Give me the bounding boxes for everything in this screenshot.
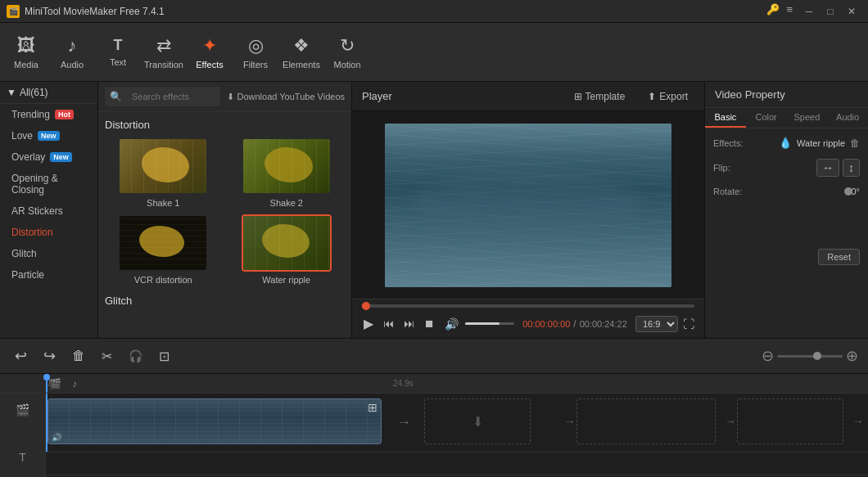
zoom-minus-button[interactable]: ⊖	[762, 347, 774, 365]
template-label: Template	[585, 91, 626, 102]
rotate-label: Rotate:	[713, 187, 742, 196]
redo-button[interactable]: ↪	[38, 344, 61, 368]
vcr-thumb	[118, 214, 208, 272]
tool-text[interactable]: T Text	[95, 26, 141, 79]
minimize-button[interactable]: ─	[799, 3, 819, 20]
app-title: MiniTool MovieMaker Free 7.4.1	[25, 6, 165, 17]
effect-vcr[interactable]: VCR distortion	[105, 214, 222, 285]
delete-effect-button[interactable]: 🗑	[850, 137, 860, 149]
video-clip[interactable]: ⊞ 🔊	[47, 398, 382, 444]
tool-transition[interactable]: ⇄ Transition	[141, 26, 187, 79]
audio-label: Audio	[61, 60, 84, 70]
menu-icon[interactable]: ≡	[786, 3, 793, 20]
crop-button[interactable]: ⊡	[154, 345, 174, 367]
collapse-arrow: ▼	[7, 87, 16, 98]
tab-basic[interactable]: Basic	[705, 108, 746, 128]
sidebar-item-overlay[interactable]: Overlay New	[0, 146, 97, 168]
add-video-button[interactable]: 🎬	[12, 400, 33, 420]
text-label: Text	[110, 57, 126, 67]
split-button[interactable]: ✂	[97, 345, 117, 367]
sidebar-item-love[interactable]: Love New	[0, 125, 97, 146]
empty-slot-3[interactable]	[737, 398, 843, 444]
flip-horizontal-button[interactable]: ↔	[816, 159, 839, 177]
tool-audio[interactable]: ♪ Audio	[49, 26, 95, 79]
restore-button[interactable]: □	[821, 3, 840, 20]
export-button[interactable]: ⬆ Export	[641, 89, 694, 104]
close-button[interactable]: ✕	[842, 3, 861, 20]
title-bar-left: 🎬 MiniTool MovieMaker Free 7.4.1	[7, 5, 165, 18]
effects-panel: 🔍 ⬇ Download YouTube Videos Distortion	[98, 82, 352, 338]
player-header-right: ⊞ Template ⬆ Export	[567, 89, 694, 104]
progress-bar[interactable]	[362, 304, 694, 308]
download-empty-icon: ⬇	[472, 414, 483, 430]
aspect-ratio-select[interactable]: 16:9	[635, 316, 678, 332]
transition-slot-1[interactable]: →	[383, 403, 424, 443]
transition-slot-2[interactable]: →	[562, 407, 578, 436]
volume-button[interactable]: 🔊	[443, 316, 460, 332]
tab-audio[interactable]: Audio	[827, 108, 868, 128]
next-frame-button[interactable]: ⏭	[402, 316, 416, 331]
opening-label: Opening & Closing	[11, 173, 86, 196]
rotate-controls: 0°	[844, 187, 860, 196]
effect-water-ripple[interactable]: Water ripple	[228, 214, 346, 285]
reset-button[interactable]: Reset	[818, 249, 860, 265]
tab-speed[interactable]: Speed	[787, 108, 828, 128]
sidebar-item-particle[interactable]: Particle	[0, 264, 97, 286]
sidebar-item-opening[interactable]: Opening & Closing	[0, 168, 97, 200]
timeline-ruler: 🎬 ♪ 0s 24.9s	[0, 374, 868, 394]
sidebar-item-distortion[interactable]: Distortion	[0, 222, 97, 243]
add-audio-track-button[interactable]: ♪	[69, 375, 80, 393]
key-icon[interactable]: 🔑	[766, 3, 780, 20]
transition-slot-3[interactable]: →	[722, 407, 739, 436]
stop-button[interactable]: ⏹	[423, 316, 436, 331]
add-music-track-button[interactable]: ♪	[16, 474, 29, 477]
time-display-area: 00:00:00:00 / 00:00:24:22	[522, 318, 627, 330]
tool-media[interactable]: 🖼 Media	[3, 26, 49, 79]
download-youtube-link[interactable]: ⬇ Download YouTube Videos	[227, 92, 346, 102]
progress-thumb	[362, 302, 370, 310]
empty-slot-2[interactable]	[576, 398, 716, 444]
tab-color[interactable]: Color	[746, 108, 787, 128]
effects-grid: Distortion Shake 1	[98, 112, 351, 338]
playhead-top	[43, 374, 50, 380]
effects-value: Water ripple	[797, 138, 845, 148]
transition-slot-4[interactable]: →	[850, 407, 866, 436]
sidebar-item-trending[interactable]: Trending Hot	[0, 104, 97, 125]
effect-shake1[interactable]: Shake 1	[105, 137, 222, 208]
clip-expand-icon: ⊞	[368, 401, 377, 414]
tool-motion[interactable]: ↻ Motion	[324, 26, 370, 79]
volume-slider[interactable]	[465, 322, 514, 325]
filters-icon: ◎	[248, 35, 264, 56]
tool-elements[interactable]: ❖ Elements	[278, 26, 324, 79]
prev-frame-button[interactable]: ⏮	[382, 316, 396, 331]
play-button[interactable]: ▶	[362, 314, 375, 333]
video-preview	[385, 124, 671, 287]
player-video	[352, 111, 704, 299]
flip-vertical-button[interactable]: ↕	[843, 159, 860, 177]
fullscreen-button[interactable]: ⛶	[683, 317, 694, 331]
search-input[interactable]	[125, 88, 215, 105]
detach-audio-button[interactable]: 🎧	[124, 346, 147, 366]
sidebar-item-glitch[interactable]: Glitch	[0, 243, 97, 264]
download-text: Download YouTube Videos	[237, 92, 346, 101]
zoom-slider[interactable]	[777, 355, 843, 358]
transition-arrow-1: →	[396, 414, 411, 431]
elements-icon: ❖	[293, 35, 310, 56]
zoom-plus-button[interactable]: ⊕	[846, 347, 858, 365]
tool-filters[interactable]: ◎ Filters	[233, 26, 278, 79]
tool-effects[interactable]: ✦ Effects	[187, 26, 233, 79]
delete-button[interactable]: 🗑	[67, 345, 90, 367]
playhead-line	[46, 394, 47, 452]
effects-value-row: 💧 Water ripple 🗑	[779, 137, 860, 149]
add-text-track-button[interactable]: T	[16, 448, 29, 467]
undo-button[interactable]: ↩	[10, 344, 32, 368]
template-button[interactable]: ⊞ Template	[567, 89, 632, 104]
left-panel-header[interactable]: ▼ All(61)	[0, 82, 97, 104]
sidebar-item-ar[interactable]: AR Stickers	[0, 200, 97, 222]
effect-shake2[interactable]: Shake 2	[228, 137, 346, 208]
window-controls: 🔑 ≡ ─ □ ✕	[766, 3, 861, 20]
clip-audio-icon: 🔊	[52, 433, 61, 442]
media-icon: 🖼	[17, 35, 35, 56]
export-icon: ⬆	[648, 91, 656, 102]
empty-slot-1[interactable]: ⬇	[424, 398, 531, 444]
